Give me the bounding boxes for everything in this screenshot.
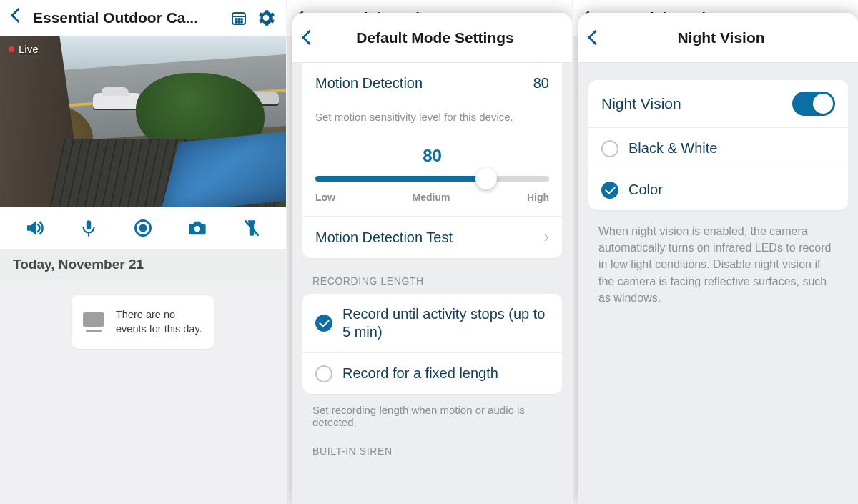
svg-point-6 [238, 21, 240, 23]
recording-section-label: RECORDING LENGTH [292, 258, 572, 294]
color-label: Color [628, 181, 835, 199]
motion-help: Set motion sensitivity level for this de… [302, 104, 562, 134]
calendar-button[interactable] [229, 8, 249, 28]
no-events-text: There are no events for this day. [116, 308, 203, 336]
night-vision-label: Night Vision [601, 94, 782, 113]
settings-sheet: Default Mode Settings Motion Detection 8… [292, 13, 572, 504]
recording-opt1-label: Record until activity stops (up to 5 min… [342, 305, 549, 341]
radio-checked-icon [315, 315, 332, 332]
slider-track[interactable] [315, 176, 549, 182]
motion-test-row[interactable]: Motion Detection Test › [302, 216, 562, 258]
svg-rect-8 [87, 220, 92, 229]
gear-icon [257, 9, 275, 27]
empty-state-icon [83, 312, 104, 332]
slider-low: Low [315, 192, 335, 203]
back-button[interactable] [10, 10, 26, 26]
live-label: Live [19, 43, 39, 55]
radio-unchecked-icon [315, 365, 332, 382]
chevron-left-icon [590, 32, 608, 43]
chevron-left-icon [304, 32, 322, 43]
recording-option-fixed[interactable]: Record for a fixed length [302, 352, 562, 394]
radio-checked-icon [601, 182, 618, 199]
spotlight-button[interactable] [235, 217, 269, 239]
camera-icon [187, 218, 208, 238]
page-title: Essential Outdoor Ca... [33, 9, 222, 26]
svg-point-5 [235, 21, 237, 23]
sheet-body: Night Vision Black & White Color When ni… [578, 63, 858, 504]
chevron-left-icon [13, 10, 23, 26]
sheet-title: Night Vision [614, 29, 847, 46]
slider-thumb[interactable] [475, 168, 497, 189]
header: Essential Outdoor Ca... [0, 0, 286, 36]
live-badge: Live [9, 43, 39, 55]
slider-fill [315, 176, 486, 182]
sheet-body: Motion Detection 80 Set motion sensitivi… [292, 63, 572, 504]
recording-opt2-label: Record for a fixed length [342, 365, 549, 382]
svg-point-10 [140, 224, 146, 230]
mic-button[interactable] [72, 217, 106, 239]
chevron-right-icon: › [544, 228, 549, 247]
radio-unchecked-icon [601, 140, 618, 157]
svg-point-3 [238, 19, 240, 20]
screen-default-mode: Essential Outdoor Ca... ▦ ✿ Default Mode… [286, 0, 572, 504]
slider-labels: Low Medium High [315, 192, 549, 203]
slider-high: High [527, 192, 549, 203]
sheet-title: Default Mode Settings [328, 29, 561, 46]
sheet-header: Night Vision [578, 13, 858, 63]
slider-medium: Medium [413, 192, 450, 203]
motion-card: Motion Detection 80 Set motion sensitivi… [302, 63, 562, 258]
microphone-icon [79, 217, 98, 239]
sheet-back-button[interactable] [304, 32, 322, 43]
motion-detection-row: Motion Detection 80 [302, 63, 562, 104]
recording-help: Set recording length when motion or audi… [292, 394, 572, 428]
live-video-feed[interactable]: Live [0, 36, 286, 207]
night-vision-toggle[interactable] [792, 92, 835, 116]
sheet-header: Default Mode Settings [292, 13, 572, 63]
night-vision-toggle-row[interactable]: Night Vision [588, 80, 848, 127]
slider-value: 80 [315, 146, 549, 166]
settings-button[interactable] [256, 8, 276, 28]
motion-test-label: Motion Detection Test [315, 229, 534, 247]
screen-live: Essential Outdoor Ca... Live [0, 0, 286, 504]
bw-label: Black & White [628, 139, 835, 157]
audio-button[interactable] [17, 217, 51, 239]
night-vision-option-color[interactable]: Color [588, 169, 848, 210]
night-vision-card: Night Vision Black & White Color [588, 80, 848, 210]
sheet-back-button[interactable] [590, 32, 608, 43]
svg-point-4 [241, 19, 242, 20]
night-vision-option-bw[interactable]: Black & White [588, 127, 848, 169]
svg-point-7 [241, 21, 242, 23]
speaker-icon [24, 217, 45, 239]
recording-option-activity[interactable]: Record until activity stops (up to 5 min… [302, 294, 562, 352]
calendar-icon [230, 9, 247, 26]
siren-section-label: BUILT-IN SIREN [292, 428, 572, 464]
night-vision-sheet: Night Vision Night Vision Black & White … [578, 13, 858, 504]
motion-slider[interactable]: 80 Low Medium High [302, 134, 562, 216]
record-button[interactable] [126, 218, 160, 238]
control-bar [0, 207, 286, 249]
svg-point-2 [235, 19, 237, 20]
no-events-card: There are no events for this day. [72, 295, 214, 349]
events-list: There are no events for this day. [0, 280, 286, 504]
night-vision-description: When night vision is enabled, the camera… [578, 210, 858, 319]
svg-point-11 [194, 226, 200, 232]
recording-card: Record until activity stops (up to 5 min… [302, 294, 562, 394]
record-icon [133, 218, 153, 238]
motion-value: 80 [533, 75, 549, 92]
snapshot-button[interactable] [180, 218, 214, 238]
screen-night-vision: Essential Outdoor Ca... ▦ ✿ Night Vision… [572, 0, 858, 504]
motion-label: Motion Detection [315, 74, 523, 92]
date-header: Today, November 21 [0, 249, 286, 280]
flashlight-off-icon [242, 217, 261, 239]
